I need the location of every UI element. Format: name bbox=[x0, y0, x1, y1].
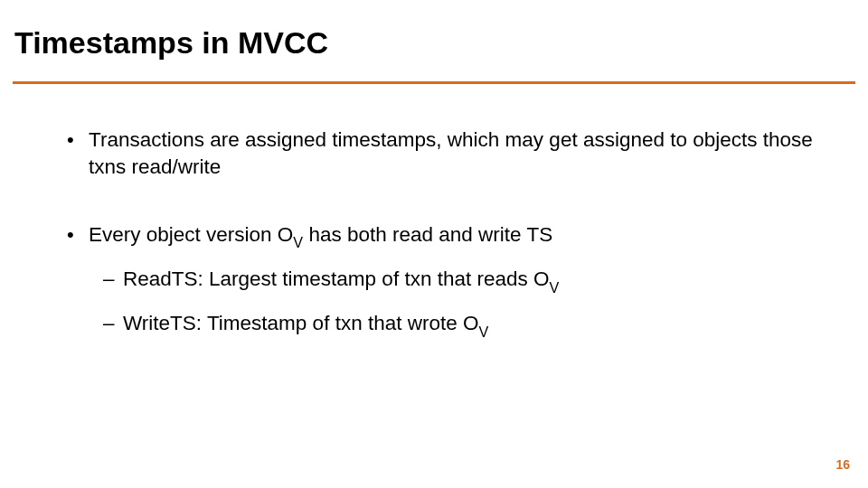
subscript: V bbox=[549, 279, 559, 296]
bullet-text: Transactions are assigned timestamps, wh… bbox=[89, 128, 813, 178]
subscript: V bbox=[293, 234, 303, 250]
bullet-text: WriteTS: Timestamp of txn that wrote O bbox=[123, 312, 478, 334]
page-number: 16 bbox=[835, 457, 850, 472]
bullet-text: Every object version O bbox=[89, 223, 293, 246]
subscript: V bbox=[478, 324, 488, 340]
slide-body: Transactions are assigned timestamps, wh… bbox=[63, 127, 814, 380]
list-item: WriteTS: Timestamp of txn that wrote OV bbox=[103, 310, 814, 340]
list-item: ReadTS: Largest timestamp of txn that re… bbox=[103, 266, 814, 296]
slide: Timestamps in MVCC Transactions are assi… bbox=[0, 0, 868, 488]
slide-title: Timestamps in MVCC bbox=[14, 25, 328, 61]
list-item: Transactions are assigned timestamps, wh… bbox=[63, 127, 814, 182]
list-item: Every object version OV has both read an… bbox=[63, 221, 814, 341]
bullet-list: Transactions are assigned timestamps, wh… bbox=[63, 127, 814, 341]
bullet-text: ReadTS: Largest timestamp of txn that re… bbox=[123, 267, 549, 290]
sub-bullet-list: ReadTS: Largest timestamp of txn that re… bbox=[103, 266, 814, 341]
bullet-text: has both read and write TS bbox=[303, 223, 552, 246]
title-divider bbox=[13, 81, 855, 84]
